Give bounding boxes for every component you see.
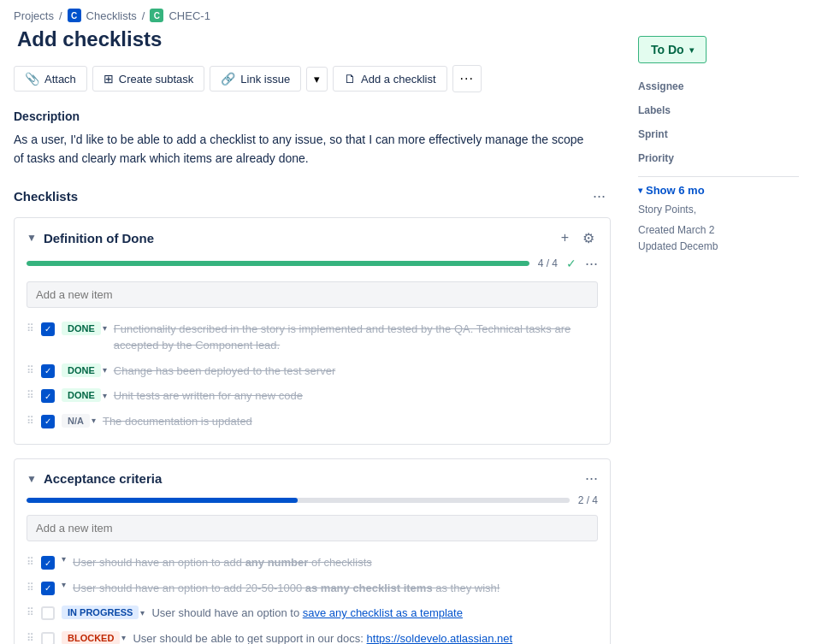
drag-handle-icon: ⠿: [27, 582, 34, 594]
checklist-item-more-button[interactable]: ···: [585, 255, 598, 273]
checklists-icon: C: [68, 9, 81, 22]
checklist-title-row: ▼ Definition of Done + ⚙: [27, 228, 598, 248]
item-status-badge: N/A: [62, 414, 90, 428]
add-item-button[interactable]: +: [558, 228, 572, 247]
page-title: Add checklists: [14, 27, 611, 51]
breadcrumb-issue[interactable]: CHEC-1: [169, 9, 210, 22]
item-status-dropdown[interactable]: ▾: [140, 608, 145, 617]
drag-handle-icon: ⠿: [27, 415, 34, 427]
item-status-badge: BLOCKED: [62, 631, 120, 644]
progress-count: 4 / 4: [538, 257, 558, 269]
check-icon: ✓: [44, 558, 51, 568]
chevron-down-icon: ▾: [314, 73, 320, 86]
progress-count-2: 2 / 4: [578, 494, 598, 506]
item-checkbox[interactable]: ✓: [41, 556, 55, 570]
add-new-item-input-2[interactable]: [27, 515, 598, 541]
add-checklist-button[interactable]: 🗋 Add a checklist: [333, 66, 446, 92]
checklist-title-right: ···: [585, 470, 598, 487]
link-issue-label: Link issue: [240, 73, 290, 86]
sidebar-labels-field: Labels: [638, 104, 799, 116]
checklist-item: ⠿ ✓ N/A ▾ The documentation is updated: [27, 409, 598, 434]
progress-bar-background-2: [27, 498, 570, 503]
toolbar: 📎 Attach ⊞ Create subtask 🔗 Link issue ▾…: [14, 65, 611, 92]
breadcrumb-sep-1: /: [59, 9, 62, 22]
progress-bar-fill-2: [27, 498, 298, 503]
checklist-title-left: ▼ Definition of Done: [27, 231, 154, 245]
show-more-label: Show 6 mo: [646, 184, 705, 197]
progress-bar-background: [27, 261, 529, 266]
check-icon: ✓: [44, 417, 51, 426]
acceptance-more-button[interactable]: ···: [585, 470, 598, 487]
checklists-more-button[interactable]: ···: [588, 186, 611, 207]
item-text: Functionality described in the story is …: [114, 321, 598, 354]
checklist-title-left: ▼ Acceptance criteria: [27, 471, 162, 486]
check-icon: ✓: [44, 324, 51, 334]
checklist-toggle-button[interactable]: ▼: [27, 473, 37, 485]
issue-icon: C: [150, 9, 163, 22]
show-more-chevron-icon: ▾: [638, 186, 642, 195]
create-subtask-label: Create subtask: [119, 73, 193, 86]
status-button[interactable]: To Do ▾: [638, 36, 707, 63]
created-date: Created March 2: [638, 222, 799, 239]
item-status-dropdown[interactable]: ▾: [121, 633, 126, 642]
expand-dropdown-button[interactable]: ▾: [306, 67, 328, 92]
drag-handle-icon: ⠿: [27, 606, 34, 618]
item-status-dropdown[interactable]: ▾: [92, 416, 96, 425]
drag-handle-icon: ⠿: [27, 389, 34, 401]
item-status-group: BLOCKED ▾: [62, 631, 126, 644]
progress-bar-fill: [27, 261, 529, 266]
save-template-link[interactable]: save any checklist as a template: [303, 606, 463, 619]
add-checklist-icon: 🗋: [344, 72, 356, 86]
item-status-group: N/A ▾: [62, 414, 96, 428]
breadcrumb-projects[interactable]: Projects: [14, 9, 54, 22]
breadcrumb-checklists[interactable]: Checklists: [86, 9, 137, 22]
checklist-item: ⠿ ✓ DONE ▾ Unit tests are written for an…: [27, 383, 598, 409]
checklist-item: ⠿ ✓ ▾ User should have an option to add …: [27, 576, 598, 601]
check-icon: ✓: [44, 392, 51, 401]
docs-link[interactable]: https://soldevelo.atlassian.net: [367, 632, 513, 644]
created-info: Created March 2 Updated Decemb: [638, 222, 799, 255]
add-checklist-label: Add a checklist: [361, 73, 435, 86]
item-checkbox[interactable]: ✓: [41, 415, 55, 428]
link-issue-button[interactable]: 🔗 Link issue: [210, 66, 301, 92]
checklist-toggle-button[interactable]: ▼: [27, 232, 37, 244]
item-checkbox[interactable]: ✓: [41, 364, 55, 378]
drag-handle-icon: ⠿: [27, 632, 34, 644]
item-checkbox[interactable]: ✓: [41, 322, 55, 336]
add-new-item-input[interactable]: [27, 281, 598, 308]
item-status-dropdown[interactable]: ▾: [62, 554, 66, 564]
checklists-header: Checklists ···: [14, 186, 611, 207]
create-subtask-button[interactable]: ⊞ Create subtask: [92, 66, 204, 92]
item-checkbox[interactable]: ✓: [41, 582, 55, 595]
attach-button[interactable]: 📎 Attach: [14, 66, 87, 92]
item-checkbox[interactable]: ✓: [41, 389, 55, 403]
checklist-item: ⠿ ✓ DONE ▾ Functionality described in th…: [27, 316, 598, 358]
attach-label: Attach: [44, 73, 76, 86]
item-status-dropdown[interactable]: ▾: [103, 323, 107, 333]
item-checkbox-unchecked[interactable]: [41, 606, 55, 620]
progress-row-2: 2 / 4: [27, 494, 598, 506]
item-status-dropdown[interactable]: ▾: [103, 391, 107, 400]
item-status-badge: IN PROGRESS: [62, 606, 139, 619]
priority-label: Priority: [638, 152, 799, 164]
main-layout: Add checklists 📎 Attach ⊞ Create subtask…: [0, 27, 816, 644]
link-icon: 🔗: [221, 72, 235, 86]
item-status-group: DONE ▾: [62, 363, 107, 377]
more-actions-button[interactable]: ···: [452, 65, 482, 92]
checklists-section-title: Checklists: [14, 189, 78, 204]
description-label: Description: [14, 109, 611, 123]
drag-handle-icon: ⠿: [27, 556, 34, 568]
checklist-item: ⠿ BLOCKED ▾ User should be able to get s…: [27, 626, 598, 644]
checklist-settings-button[interactable]: ⚙: [579, 228, 598, 248]
page-container: Projects / C Checklists / C CHEC-1 Add c…: [0, 0, 816, 644]
item-checkbox-unchecked[interactable]: [41, 632, 55, 644]
labels-label: Labels: [638, 104, 799, 116]
sidebar-assignee-field: Assignee: [638, 80, 799, 92]
item-status-dropdown[interactable]: ▾: [103, 365, 107, 375]
item-status-dropdown[interactable]: ▾: [62, 580, 66, 589]
status-label: To Do: [651, 43, 684, 56]
item-text: User should have an option to add 20-50-…: [73, 580, 598, 597]
checklist-title-row: ▼ Acceptance criteria ···: [27, 470, 598, 487]
checklist-name: Acceptance criteria: [44, 471, 162, 486]
show-story-points-link[interactable]: ▾ Show 6 mo: [638, 184, 799, 197]
